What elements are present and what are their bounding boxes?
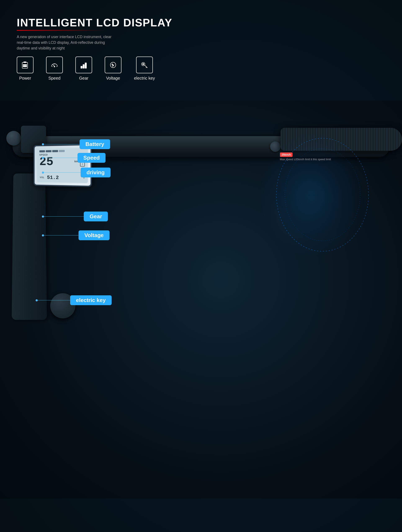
- lcd-bar-3: [52, 150, 58, 152]
- driving-line: [44, 172, 81, 173]
- svg-rect-9: [81, 66, 82, 68]
- voltage-badge: Voltage: [79, 230, 109, 240]
- lcd-battery-bars: [39, 150, 85, 152]
- voltage-dot: [42, 234, 44, 236]
- lcd-bar-1: [39, 150, 45, 152]
- key-icon: [140, 60, 149, 70]
- battery-icon: [20, 60, 30, 70]
- key-icon-box: [136, 57, 153, 73]
- gear-icon-box: [75, 57, 92, 73]
- annotation-driving: driving: [42, 168, 111, 177]
- gear-label: Gear: [79, 76, 88, 81]
- speed-limit-overlay: 25km/h Max speed ≥35km/h limit it this s…: [280, 152, 331, 161]
- svg-point-17: [143, 63, 144, 65]
- lcd-bar-2: [46, 150, 51, 152]
- annotation-battery: Battery: [42, 139, 110, 149]
- speed-dot: [42, 157, 44, 159]
- left-knob: [6, 131, 21, 146]
- svg-line-5: [53, 64, 54, 66]
- electric-key-label: electric key: [134, 76, 155, 81]
- icon-item-power: Power: [17, 57, 33, 81]
- speed-label: Speed: [48, 76, 61, 81]
- svg-rect-1: [24, 62, 26, 63]
- title-underline: [17, 30, 105, 31]
- svg-rect-10: [83, 64, 84, 68]
- voltage-label: Voltage: [106, 76, 120, 81]
- gear-badge: Gear: [84, 212, 108, 222]
- battery-badge: Battery: [80, 139, 110, 149]
- annotation-voltage: Voltage: [42, 230, 109, 240]
- speed-icon-box: [46, 57, 63, 73]
- subtitle: A new generation of user interface LCD i…: [17, 34, 117, 51]
- electric-key-line: [38, 300, 70, 300]
- annotation-gear: Gear: [42, 212, 108, 222]
- icon-item-electric-key: electric key: [134, 57, 155, 81]
- svg-point-19: [285, 149, 360, 241]
- svg-rect-11: [85, 63, 87, 68]
- voltage-icon: [108, 60, 118, 70]
- speed-limit-badge: 25km/h: [280, 152, 293, 157]
- voltage-icon-box: [105, 57, 121, 73]
- electric-key-dot: [36, 299, 38, 301]
- driving-dot: [42, 171, 44, 174]
- gear-dot: [42, 215, 44, 218]
- handlebar-container: SPEED 25 km/h ⬜ 2 VOL 51.2 V 25km/h Max …: [0, 101, 402, 499]
- voltage-line: [44, 235, 79, 235]
- annotation-speed: Speed: [42, 153, 106, 163]
- header-section: INTELLIGENT LCD DISPLAY A new generation…: [17, 17, 172, 51]
- lcd-display: SPEED 25 km/h ⬜ 2 VOL 51.2 V: [33, 144, 92, 187]
- icons-row: Power Speed Gear: [17, 57, 155, 81]
- speed-line: [44, 158, 77, 158]
- battery-line: [44, 144, 80, 144]
- product-area: SPEED 25 km/h ⬜ 2 VOL 51.2 V 25km/h Max …: [0, 101, 402, 499]
- speed-limit-text: Max speed ≥35km/h limit it this speed li…: [280, 158, 331, 161]
- driving-badge: driving: [81, 168, 111, 177]
- battery-dot: [42, 143, 44, 145]
- page-title: INTELLIGENT LCD DISPLAY: [17, 17, 172, 29]
- svg-rect-3: [23, 66, 27, 67]
- speed-badge: Speed: [77, 153, 106, 163]
- lcd-bar-4: [59, 150, 65, 152]
- icon-item-gear: Gear: [75, 57, 92, 81]
- bars-icon: [79, 60, 88, 70]
- icon-item-voltage: Voltage: [105, 57, 121, 81]
- svg-point-4: [54, 66, 55, 67]
- icon-item-speed: Speed: [46, 57, 63, 81]
- dotted-circle-svg: [264, 121, 381, 268]
- electric-key-badge: electric key: [70, 295, 112, 305]
- power-label: Power: [19, 76, 31, 81]
- power-icon-box: [17, 57, 33, 73]
- speedometer-icon: [50, 60, 59, 70]
- annotation-electric-key: electric key: [36, 295, 112, 305]
- svg-rect-2: [23, 64, 27, 65]
